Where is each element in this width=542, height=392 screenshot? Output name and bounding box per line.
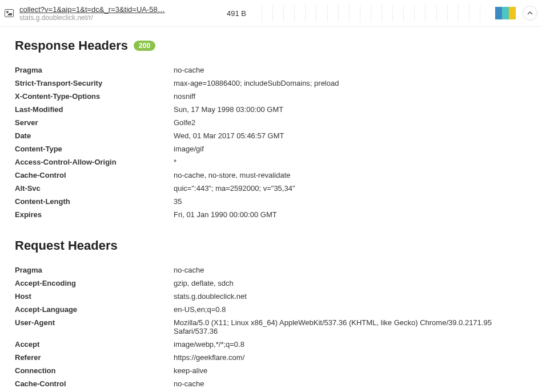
- header-row: Cache-Controlno-cache, no-store, must-re…: [15, 169, 527, 182]
- header-row: Last-ModifiedSun, 17 May 1998 03:00:00 G…: [15, 103, 527, 116]
- request-headers-section: Request Headers Pragmano-cacheAccept-Enc…: [15, 238, 527, 390]
- request-headers-title: Request Headers: [15, 238, 527, 253]
- request-row[interactable]: collect?v=1&aip=1&t=dc&_r=3&tid=UA-58… s…: [0, 0, 542, 27]
- header-name: Cache-Control: [15, 171, 174, 179]
- chip-receive: [509, 7, 516, 19]
- response-headers-list: Pragmano-cacheStrict-Transport-Securitym…: [15, 63, 527, 221]
- header-row: Accept-Languageen-US,en;q=0.8: [15, 303, 527, 316]
- request-host: stats.g.doubleclick.net/r/: [19, 14, 214, 22]
- header-value: stats.g.doubleclick.net: [174, 292, 527, 301]
- header-name: Alt-Svc: [15, 184, 174, 193]
- header-value: no-cache: [174, 379, 527, 388]
- chip-blocked: [495, 7, 502, 19]
- header-name: Accept-Language: [15, 305, 174, 314]
- header-name: Expires: [15, 210, 174, 219]
- waterfall-grid: [262, 5, 491, 22]
- header-name: Accept-Encoding: [15, 279, 174, 287]
- header-value: en-US,en;q=0.8: [174, 305, 527, 314]
- header-value: no-cache, no-store, must-revalidate: [174, 171, 527, 179]
- header-name: Cache-Control: [15, 379, 174, 388]
- header-value: no-cache: [174, 266, 527, 274]
- header-value: https://geekflare.com/: [174, 353, 527, 362]
- header-value: Golfe2: [174, 118, 527, 127]
- header-row: Pragmano-cache: [15, 63, 527, 77]
- header-value: gzip, deflate, sdch: [174, 279, 527, 287]
- header-value: image/webp,*/*;q=0.8: [174, 340, 527, 349]
- header-value: quic=":443"; ma=2592000; v="35,34": [174, 184, 527, 193]
- header-row: ServerGolfe2: [15, 116, 527, 129]
- header-value: no-cache: [174, 66, 527, 74]
- header-row: DateWed, 01 Mar 2017 05:46:57 GMT: [15, 129, 527, 142]
- header-row: X-Content-Type-Optionsnosniff: [15, 90, 527, 103]
- request-url[interactable]: collect?v=1&aip=1&t=dc&_r=3&tid=UA-58…: [19, 5, 214, 14]
- header-name: Accept: [15, 340, 174, 349]
- request-text: collect?v=1&aip=1&t=dc&_r=3&tid=UA-58… s…: [19, 5, 214, 22]
- timing-chips: [495, 7, 516, 19]
- header-row: Content-Length35: [15, 195, 527, 208]
- header-name: Connection: [15, 366, 174, 375]
- chip-wait: [502, 7, 509, 19]
- header-value: keep-alive: [174, 366, 527, 375]
- header-value: Sun, 17 May 1998 03:00:00 GMT: [174, 105, 527, 114]
- header-row: Cache-Controlno-cache: [15, 377, 527, 390]
- header-row: Alt-Svcquic=":443"; ma=2592000; v="35,34…: [15, 182, 527, 195]
- waterfall: [259, 5, 518, 22]
- request-headers-list: Pragmano-cacheAccept-Encodinggzip, defla…: [15, 263, 527, 390]
- header-name: Content-Length: [15, 197, 174, 206]
- header-name: Date: [15, 131, 174, 140]
- header-row: Content-Typeimage/gif: [15, 142, 527, 155]
- header-name: Content-Type: [15, 145, 174, 153]
- header-row: Refererhttps://geekflare.com/: [15, 351, 527, 364]
- header-row: Acceptimage/webp,*/*;q=0.8: [15, 338, 527, 351]
- response-headers-section: Response Headers 200 Pragmano-cacheStric…: [15, 38, 527, 221]
- header-name: Last-Modified: [15, 105, 174, 114]
- header-value: *: [174, 158, 527, 166]
- header-value: 35: [174, 197, 527, 206]
- status-badge: 200: [134, 41, 155, 51]
- response-title-text: Response Headers: [15, 38, 128, 53]
- request-title-text: Request Headers: [15, 238, 118, 253]
- response-headers-title: Response Headers 200: [15, 38, 527, 53]
- header-row: Pragmano-cache: [15, 263, 527, 277]
- header-name: Pragma: [15, 66, 174, 74]
- chevron-up-icon: [527, 10, 533, 16]
- header-value: image/gif: [174, 145, 527, 153]
- header-name: Host: [15, 292, 174, 301]
- header-row: Access-Control-Allow-Origin*: [15, 155, 527, 169]
- header-value: max-age=10886400; includeSubDomains; pre…: [174, 79, 527, 87]
- header-value: Mozilla/5.0 (X11; Linux x86_64) AppleWeb…: [174, 318, 527, 335]
- header-row: User-AgentMozilla/5.0 (X11; Linux x86_64…: [15, 316, 527, 338]
- header-name: Access-Control-Allow-Origin: [15, 158, 174, 166]
- details-panel: Response Headers 200 Pragmano-cacheStric…: [0, 27, 542, 392]
- header-value: nosniff: [174, 92, 527, 101]
- header-row: ExpiresFri, 01 Jan 1990 00:00:00 GMT: [15, 208, 527, 221]
- header-value: Wed, 01 Mar 2017 05:46:57 GMT: [174, 131, 527, 140]
- header-row: Accept-Encodinggzip, deflate, sdch: [15, 277, 527, 290]
- header-name: Server: [15, 118, 174, 127]
- collapse-button[interactable]: [523, 6, 537, 21]
- image-type-icon: [5, 9, 14, 17]
- header-row: Hoststats.g.doubleclick.net: [15, 290, 527, 303]
- header-name: Referer: [15, 353, 174, 362]
- header-name: User-Agent: [15, 318, 174, 335]
- header-row: Connectionkeep-alive: [15, 364, 527, 377]
- header-row: Strict-Transport-Securitymax-age=1088640…: [15, 77, 527, 90]
- header-name: Strict-Transport-Security: [15, 79, 174, 87]
- header-name: X-Content-Type-Options: [15, 92, 174, 101]
- request-size: 491 B: [214, 9, 259, 18]
- header-name: Pragma: [15, 266, 174, 274]
- header-value: Fri, 01 Jan 1990 00:00:00 GMT: [174, 210, 527, 219]
